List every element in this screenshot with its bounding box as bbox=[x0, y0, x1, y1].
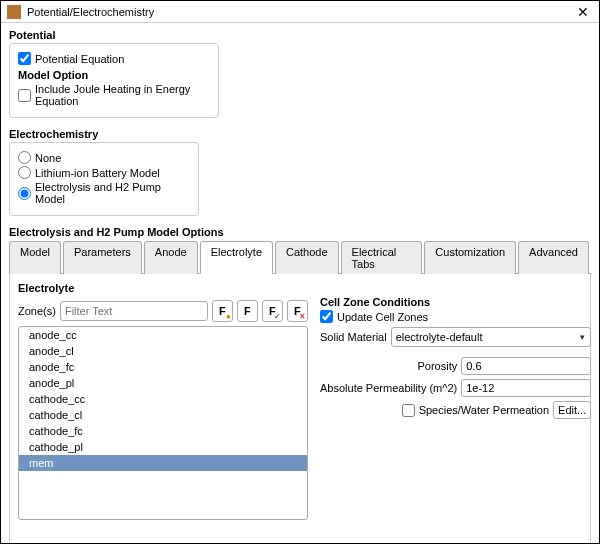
update-cell-zones-checkbox[interactable]: Update Cell Zones bbox=[320, 310, 591, 323]
list-item[interactable]: anode_fc bbox=[19, 359, 307, 375]
model-options-heading: Electrolysis and H2 Pump Model Options bbox=[9, 226, 591, 238]
zone-listbox[interactable]: anode_cc anode_cl anode_fc anode_pl cath… bbox=[18, 326, 308, 520]
joule-heating-input[interactable] bbox=[18, 89, 31, 102]
electrochem-electrolysis-label: Electrolysis and H2 Pump Model bbox=[35, 181, 190, 205]
list-item[interactable]: anode_pl bbox=[19, 375, 307, 391]
potential-equation-checkbox[interactable]: Potential Equation bbox=[18, 52, 210, 65]
electrochem-heading: Electrochemistry bbox=[9, 128, 591, 140]
select-all-icon[interactable]: F✓ bbox=[262, 300, 283, 322]
tabs: Model Parameters Anode Electrolyte Catho… bbox=[9, 240, 591, 274]
species-permeation-input[interactable] bbox=[402, 404, 415, 417]
porosity-label: Porosity bbox=[417, 360, 457, 372]
solid-material-value: electrolyte-default bbox=[396, 331, 483, 343]
titlebar: Potential/Electrochemistry ✕ bbox=[1, 1, 599, 23]
joule-heating-label: Include Joule Heating in Energy Equation bbox=[35, 83, 210, 107]
electrochem-none-input[interactable] bbox=[18, 151, 31, 164]
update-cell-zones-input[interactable] bbox=[320, 310, 333, 323]
list-item-selected[interactable]: mem bbox=[19, 455, 307, 471]
cell-zone-heading: Cell Zone Conditions bbox=[320, 296, 591, 308]
potential-equation-input[interactable] bbox=[18, 52, 31, 65]
tab-cathode[interactable]: Cathode bbox=[275, 241, 339, 274]
tab-parameters[interactable]: Parameters bbox=[63, 241, 142, 274]
electrochem-none-label: None bbox=[35, 152, 61, 164]
abs-perm-label: Absolute Permeability (m^2) bbox=[320, 382, 457, 394]
solid-material-select[interactable]: electrolyte-default bbox=[391, 327, 592, 347]
electrochem-lithium-label: Lithium-ion Battery Model bbox=[35, 167, 160, 179]
tab-model[interactable]: Model bbox=[9, 241, 61, 274]
list-item[interactable]: cathode_pl bbox=[19, 439, 307, 455]
electrochem-none-radio[interactable]: None bbox=[18, 151, 190, 164]
tab-electrolyte[interactable]: Electrolyte bbox=[200, 241, 273, 274]
clear-selection-icon[interactable]: F✕ bbox=[287, 300, 308, 322]
tab-customization[interactable]: Customization bbox=[424, 241, 516, 274]
potential-equation-label: Potential Equation bbox=[35, 53, 124, 65]
filter-match-icon[interactable]: F● bbox=[212, 300, 233, 322]
electrochem-electrolysis-input[interactable] bbox=[18, 187, 31, 200]
zone-filter-input[interactable] bbox=[60, 301, 208, 321]
model-option-heading: Model Option bbox=[18, 69, 210, 81]
update-cell-zones-label: Update Cell Zones bbox=[337, 311, 428, 323]
electrochem-lithium-input[interactable] bbox=[18, 166, 31, 179]
porosity-input[interactable] bbox=[461, 357, 591, 375]
joule-heating-checkbox[interactable]: Include Joule Heating in Energy Equation bbox=[18, 83, 210, 107]
tab-electrical-tabs[interactable]: Electrical Tabs bbox=[341, 241, 423, 274]
list-item[interactable]: cathode_cl bbox=[19, 407, 307, 423]
abs-perm-input[interactable] bbox=[461, 379, 591, 397]
species-permeation-checkbox[interactable]: Species/Water Permeation bbox=[402, 404, 549, 417]
filter-icon[interactable]: F bbox=[237, 300, 258, 322]
species-permeation-label: Species/Water Permeation bbox=[419, 404, 549, 416]
solid-material-label: Solid Material bbox=[320, 331, 387, 343]
app-icon bbox=[7, 5, 21, 19]
zone-label: Zone(s) bbox=[18, 305, 56, 317]
potential-heading: Potential bbox=[9, 29, 591, 41]
electrochem-lithium-radio[interactable]: Lithium-ion Battery Model bbox=[18, 166, 190, 179]
list-item[interactable]: cathode_fc bbox=[19, 423, 307, 439]
list-item[interactable]: anode_cc bbox=[19, 327, 307, 343]
tab-advanced[interactable]: Advanced bbox=[518, 241, 589, 274]
window-title: Potential/Electrochemistry bbox=[27, 6, 573, 18]
electrochem-electrolysis-radio[interactable]: Electrolysis and H2 Pump Model bbox=[18, 181, 190, 205]
potential-fieldset: Potential Equation Model Option Include … bbox=[9, 43, 219, 118]
electrochem-fieldset: None Lithium-ion Battery Model Electroly… bbox=[9, 142, 199, 216]
close-icon[interactable]: ✕ bbox=[573, 4, 593, 20]
edit-button[interactable]: Edit... bbox=[553, 401, 591, 419]
list-item[interactable]: anode_cl bbox=[19, 343, 307, 359]
tab-panel-electrolyte: Electrolyte Zone(s) F● F F✓ F✕ anode_cc … bbox=[9, 274, 591, 544]
electrolyte-subheading: Electrolyte bbox=[18, 282, 582, 294]
list-item[interactable]: cathode_cc bbox=[19, 391, 307, 407]
tab-anode[interactable]: Anode bbox=[144, 241, 198, 274]
